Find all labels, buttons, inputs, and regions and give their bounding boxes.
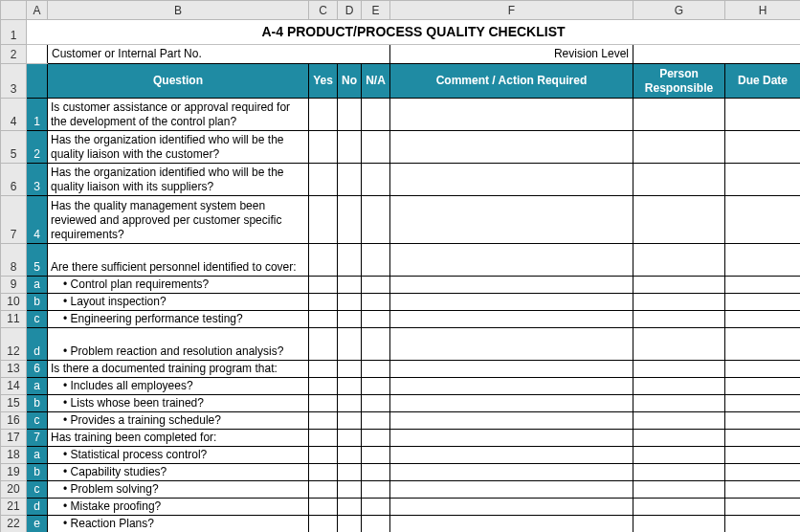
question-cell[interactable]: • Layout inspection? (48, 294, 309, 311)
no-cell[interactable] (338, 196, 362, 244)
no-cell[interactable] (338, 499, 362, 516)
col-header-F[interactable]: F (390, 1, 633, 20)
due-cell[interactable] (725, 412, 801, 430)
question-cell[interactable]: • Lists whose been trained? (48, 395, 309, 412)
row-header-17[interactable]: 17 (1, 430, 27, 447)
header-due[interactable]: Due Date (725, 64, 801, 99)
select-all-corner[interactable] (1, 1, 27, 20)
row-number-cell[interactable]: c (27, 311, 48, 328)
row-number-cell[interactable]: b (27, 464, 48, 481)
row-number-cell[interactable]: d (27, 328, 48, 361)
comment-cell[interactable] (390, 328, 633, 361)
question-cell[interactable]: • Reaction Plans? (48, 516, 309, 533)
due-cell[interactable] (725, 311, 801, 328)
row-header-20[interactable]: 20 (1, 481, 27, 499)
row-header-8[interactable]: 8 (1, 244, 27, 277)
comment-cell[interactable] (390, 99, 633, 131)
due-cell[interactable] (725, 99, 801, 131)
no-cell[interactable] (338, 361, 362, 378)
row-header-6[interactable]: 6 (1, 164, 27, 196)
question-cell[interactable]: Are there sufficient personnel identifie… (48, 244, 309, 277)
no-cell[interactable] (338, 311, 362, 328)
yes-cell[interactable] (309, 447, 338, 464)
row-number-cell[interactable]: 3 (27, 164, 48, 196)
question-cell[interactable]: • Includes all employees? (48, 378, 309, 395)
person-cell[interactable] (633, 294, 725, 311)
no-cell[interactable] (338, 447, 362, 464)
due-cell[interactable] (725, 481, 801, 499)
na-cell[interactable] (362, 430, 390, 447)
col-header-A[interactable]: A (27, 1, 48, 20)
due-cell[interactable] (725, 164, 801, 196)
no-cell[interactable] (338, 395, 362, 412)
yes-cell[interactable] (309, 131, 338, 164)
cell-A2[interactable] (27, 45, 48, 64)
yes-cell[interactable] (309, 395, 338, 412)
revision-level-label[interactable]: Revision Level (390, 45, 633, 64)
person-cell[interactable] (633, 516, 725, 533)
col-header-C[interactable]: C (309, 1, 338, 20)
no-cell[interactable] (338, 99, 362, 131)
row-header-7[interactable]: 7 (1, 196, 27, 244)
no-cell[interactable] (338, 378, 362, 395)
person-cell[interactable] (633, 499, 725, 516)
yes-cell[interactable] (309, 244, 338, 277)
question-cell[interactable]: Has the organization identified who will… (48, 131, 309, 164)
revision-level-value[interactable] (633, 45, 801, 64)
comment-cell[interactable] (390, 430, 633, 447)
no-cell[interactable] (338, 131, 362, 164)
header-question[interactable]: Question (48, 64, 309, 99)
due-cell[interactable] (725, 395, 801, 412)
na-cell[interactable] (362, 481, 390, 499)
yes-cell[interactable] (309, 412, 338, 430)
due-cell[interactable] (725, 131, 801, 164)
person-cell[interactable] (633, 378, 725, 395)
due-cell[interactable] (725, 499, 801, 516)
no-cell[interactable] (338, 328, 362, 361)
no-cell[interactable] (338, 412, 362, 430)
row-number-cell[interactable]: 6 (27, 361, 48, 378)
person-cell[interactable] (633, 464, 725, 481)
yes-cell[interactable] (309, 311, 338, 328)
na-cell[interactable] (362, 447, 390, 464)
due-cell[interactable] (725, 447, 801, 464)
col-header-E[interactable]: E (362, 1, 390, 20)
row-header-1[interactable]: 1 (1, 20, 27, 45)
yes-cell[interactable] (309, 516, 338, 533)
due-cell[interactable] (725, 294, 801, 311)
na-cell[interactable] (362, 244, 390, 277)
header-no[interactable]: No (338, 64, 362, 99)
due-cell[interactable] (725, 516, 801, 533)
question-cell[interactable]: Is customer assistance or approval requi… (48, 99, 309, 131)
question-cell[interactable]: • Capability studies? (48, 464, 309, 481)
row-header-16[interactable]: 16 (1, 412, 27, 430)
na-cell[interactable] (362, 99, 390, 131)
header-yes[interactable]: Yes (309, 64, 338, 99)
row-header-21[interactable]: 21 (1, 499, 27, 516)
row-number-cell[interactable]: d (27, 499, 48, 516)
question-cell[interactable]: • Problem solving? (48, 481, 309, 499)
yes-cell[interactable] (309, 164, 338, 196)
na-cell[interactable] (362, 516, 390, 533)
due-cell[interactable] (725, 277, 801, 294)
row-number-cell[interactable]: c (27, 481, 48, 499)
na-cell[interactable] (362, 378, 390, 395)
row-header-2[interactable]: 2 (1, 45, 27, 64)
row-header-9[interactable]: 9 (1, 277, 27, 294)
question-cell[interactable]: • Engineering performance testing? (48, 311, 309, 328)
na-cell[interactable] (362, 395, 390, 412)
col-header-G[interactable]: G (633, 1, 725, 20)
row-number-cell[interactable]: a (27, 447, 48, 464)
comment-cell[interactable] (390, 481, 633, 499)
row-header-22[interactable]: 22 (1, 516, 27, 533)
question-cell[interactable]: Has the organization identified who will… (48, 164, 309, 196)
row-number-cell[interactable]: 5 (27, 244, 48, 277)
grid[interactable]: A B C D E F G H 1 A-4 PRODUCT/PROCESS QU… (0, 0, 800, 532)
row-header-4[interactable]: 4 (1, 99, 27, 131)
comment-cell[interactable] (390, 447, 633, 464)
due-cell[interactable] (725, 378, 801, 395)
comment-cell[interactable] (390, 499, 633, 516)
question-cell[interactable]: Is there a documented training program t… (48, 361, 309, 378)
due-cell[interactable] (725, 361, 801, 378)
row-header-12[interactable]: 12 (1, 328, 27, 361)
